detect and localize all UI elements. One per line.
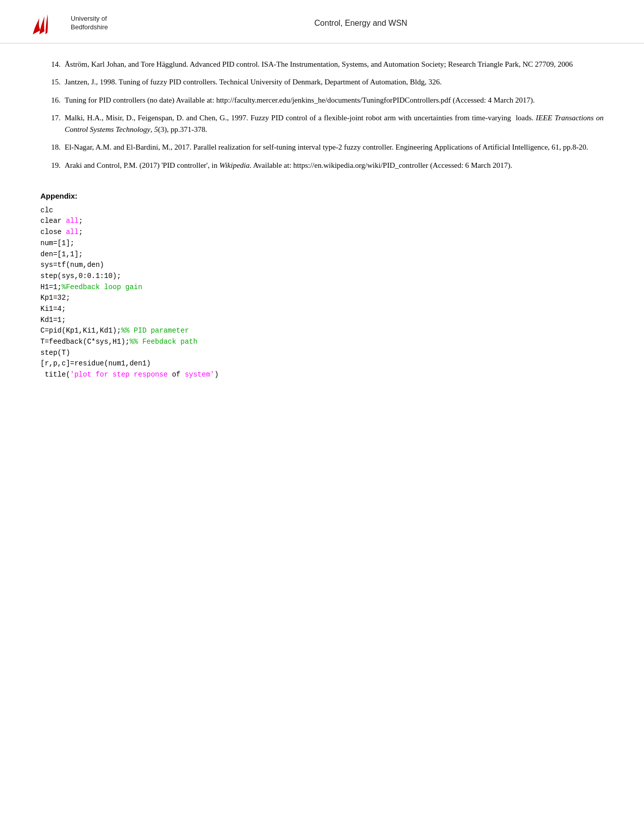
appendix-title: Appendix: (40, 192, 604, 200)
reference-18: 18. El-Nagar, A.M. and El-Bardini, M., 2… (40, 142, 604, 153)
ref-number-19: 19. (40, 160, 65, 171)
appendix-section: Appendix: clc clear all; close all; num=… (40, 192, 604, 381)
ref-text-17: Malki, H.A., Misir, D., Feigenspan, D. a… (65, 112, 604, 136)
university-logo (30, 9, 66, 37)
ref-number-15: 15. (40, 76, 65, 88)
code-all-2: all (66, 228, 78, 236)
ref-text-14: Åström, Karl Johan, and Tore Hägglund. A… (65, 59, 604, 70)
logo-area: University of Bedfordshire (30, 9, 108, 37)
ref-text-16: Tuning for PID controllers (no date) Ava… (65, 95, 604, 106)
reference-16: 16. Tuning for PID controllers (no date)… (40, 95, 604, 106)
ref-number-14: 14. (40, 59, 65, 70)
code-comment-2: %% PID parameter (121, 327, 189, 335)
ref-number-16: 16. (40, 95, 65, 106)
logo-line2: Bedfordshire (71, 23, 108, 31)
ref-text-18: El-Nagar, A.M. and El-Bardini, M., 2017.… (65, 142, 604, 153)
logo-line1: University of (71, 15, 107, 22)
code-semi-2: ; num=[1]; den=[1,1]; sys=tf(num,den) st… (40, 228, 121, 291)
code-close-paren: ) (214, 370, 218, 379)
code-kp: Kp1=32; Ki1=4; Kd1=1; C=pid(Kp1,Ki1,Kd1)… (40, 294, 121, 335)
logo-text: University of Bedfordshire (71, 15, 108, 32)
code-string-1: 'plot for step response of system' (70, 370, 215, 379)
code-line-1: clc clear (40, 206, 66, 225)
code-comment-3: %% Feebdack path (129, 338, 197, 346)
code-block: clc clear all; close all; num=[1]; den=[… (40, 205, 604, 381)
header: University of Bedfordshire Control, Ener… (0, 0, 644, 43)
ref-text-19: Araki and Control, P.M. (2017) 'PID cont… (65, 160, 604, 171)
main-content: 14. Åström, Karl Johan, and Tore Hägglun… (0, 59, 644, 411)
ref-text-15: Jantzen, J., 1998. Tuning of fuzzy PID c… (65, 76, 604, 88)
reference-14: 14. Åström, Karl Johan, and Tore Hägglun… (40, 59, 604, 70)
ref-number-17: 17. (40, 112, 65, 136)
header-title: Control, Energy and WSN (108, 19, 614, 28)
reference-17: 17. Malki, H.A., Misir, D., Feigenspan, … (40, 112, 604, 136)
code-all-1: all (66, 217, 78, 225)
reference-19: 19. Araki and Control, P.M. (2017) 'PID … (40, 160, 604, 171)
page: University of Bedfordshire Control, Ener… (0, 0, 644, 834)
reference-15: 15. Jantzen, J., 1998. Tuning of fuzzy P… (40, 76, 604, 88)
references-list: 14. Åström, Karl Johan, and Tore Hägglun… (40, 59, 604, 171)
code-tf: T=feedback(C*sys,H1); (40, 338, 129, 346)
code-comment-1: %Feedback loop gain (62, 283, 142, 291)
ref-number-18: 18. (40, 142, 65, 153)
